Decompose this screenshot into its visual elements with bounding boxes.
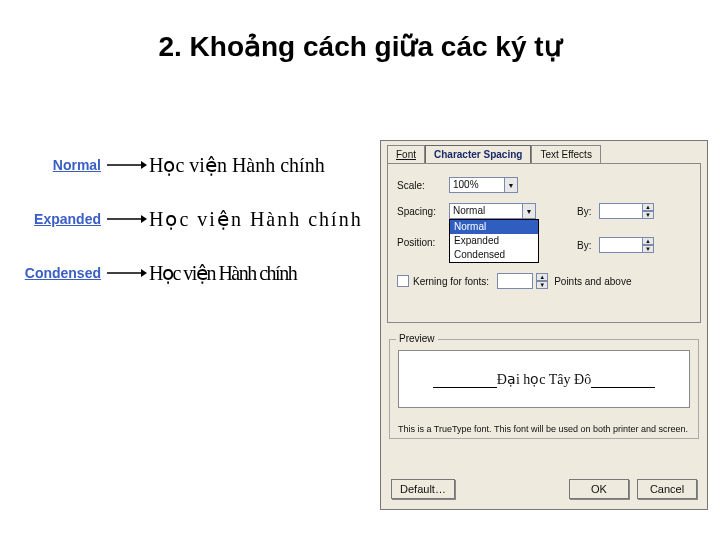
kerning-field: Kerning for fonts: ▲▼ Points and above — [397, 273, 631, 289]
example-label-normal: Normal — [15, 157, 105, 173]
spinner-icon[interactable]: ▲▼ — [642, 237, 654, 253]
preview-note: This is a TrueType font. This font will … — [398, 424, 688, 434]
tab-font[interactable]: Font — [387, 145, 425, 163]
spacing-label: Spacing: — [397, 206, 449, 217]
position-label: Position: — [397, 237, 449, 248]
kerning-after-label: Points and above — [554, 276, 631, 287]
spinner-icon[interactable]: ▲▼ — [536, 273, 548, 289]
preview-box: Đại học Tây Đô — [398, 350, 690, 408]
option-condensed[interactable]: Condensed — [450, 248, 538, 262]
button-bar-left: Default… — [391, 479, 455, 499]
example-condensed-row: Condensed Học viện Hành chính — [15, 258, 375, 288]
preview-text: Đại học Tây Đô — [433, 371, 654, 388]
default-button[interactable]: Default… — [391, 479, 455, 499]
tab-strip: Font Character Spacing Text Effects — [387, 145, 601, 163]
arrow-icon — [105, 268, 149, 278]
example-normal-row: Normal Học viện Hành chính — [15, 150, 375, 180]
position-by-field: By: ▲▼ — [577, 237, 654, 253]
slide-title: 2. Khoảng cách giữa các ký tự — [0, 30, 720, 63]
scale-field: Scale: 100% ▼ — [397, 177, 518, 193]
chevron-down-icon[interactable]: ▼ — [504, 177, 518, 193]
position-by-label: By: — [577, 240, 599, 251]
spacing-combo[interactable]: Normal — [449, 203, 523, 219]
spacing-by-input[interactable] — [599, 203, 643, 219]
font-dialog: Font Character Spacing Text Effects Scal… — [380, 140, 708, 510]
position-by-input[interactable] — [599, 237, 643, 253]
sample-text-condensed: Học viện Hành chính — [149, 261, 296, 285]
scale-label: Scale: — [397, 180, 449, 191]
preview-group: Preview Đại học Tây Đô This is a TrueTyp… — [389, 339, 699, 439]
sample-text-expanded: Học viện Hành chính — [149, 207, 363, 231]
chevron-down-icon[interactable]: ▼ — [522, 203, 536, 219]
tab-text-effects[interactable]: Text Effects — [531, 145, 601, 163]
arrow-icon — [105, 214, 149, 224]
button-bar-right: OK Cancel — [569, 479, 697, 499]
examples-column: Normal Học viện Hành chính Expanded Học … — [15, 150, 375, 312]
option-expanded[interactable]: Expanded — [450, 234, 538, 248]
example-label-condensed: Condensed — [15, 265, 105, 281]
sample-text-normal: Học viện Hành chính — [149, 153, 325, 177]
position-field: Position: — [397, 237, 449, 248]
kerning-input[interactable] — [497, 273, 533, 289]
spacing-by-field: By: ▲▼ — [577, 203, 654, 219]
svg-marker-3 — [141, 215, 147, 223]
svg-marker-5 — [141, 269, 147, 277]
example-label-expanded: Expanded — [15, 211, 105, 227]
preview-legend: Preview — [396, 333, 438, 344]
kerning-checkbox[interactable] — [397, 275, 409, 287]
example-expanded-row: Expanded Học viện Hành chính — [15, 204, 375, 234]
ok-button[interactable]: OK — [569, 479, 629, 499]
spacing-field: Spacing: Normal ▼ — [397, 203, 536, 219]
svg-marker-1 — [141, 161, 147, 169]
spinner-icon[interactable]: ▲▼ — [642, 203, 654, 219]
spacing-by-label: By: — [577, 206, 599, 217]
spacing-dropdown-list[interactable]: Normal Expanded Condensed — [449, 219, 539, 263]
tab-character-spacing[interactable]: Character Spacing — [425, 145, 531, 163]
cancel-button[interactable]: Cancel — [637, 479, 697, 499]
option-normal[interactable]: Normal — [450, 220, 538, 234]
scale-input[interactable]: 100% — [449, 177, 505, 193]
kerning-label: Kerning for fonts: — [413, 276, 489, 287]
arrow-icon — [105, 160, 149, 170]
